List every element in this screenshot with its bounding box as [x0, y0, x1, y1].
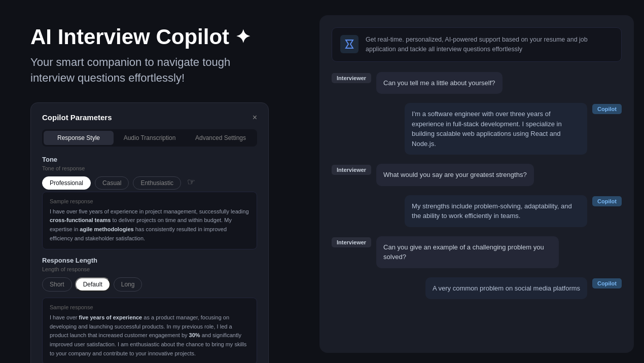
svg-marker-0 [346, 40, 353, 48]
sample-label-1: Sample response [50, 198, 249, 204]
params-title: Copilot Parameters [42, 113, 112, 122]
copilot-bubble-2: My strengths include problem-solving, ad… [405, 195, 587, 227]
length-long[interactable]: Long [114, 277, 142, 292]
tab-audio-transcription[interactable]: Audio Transcription [115, 131, 185, 145]
length-sub: Length of response [42, 266, 257, 272]
close-icon[interactable]: × [253, 113, 257, 122]
right-panel: Get real-time. personalized, AI-powered … [314, 0, 644, 363]
title-text: AI Interview Copilot [30, 25, 229, 49]
copilot-badge-2: Copilot [592, 196, 622, 206]
chat-outer: Get real-time. personalized, AI-powered … [319, 15, 634, 353]
banner-text: Get real-time. personalized, AI-powered … [366, 35, 613, 54]
tone-enthusiastic[interactable]: Enthusiastic [133, 176, 181, 190]
sample-text-2: I have over five years of experience as … [50, 313, 249, 358]
sparkle-icon: ✦ [235, 27, 251, 47]
interviewer-bubble-3: Can you give an example of a challenging… [376, 236, 559, 268]
banner-logo [340, 35, 359, 53]
table-row: Copilot A very common problem on social … [332, 277, 622, 300]
length-label: Response Length [42, 257, 257, 264]
tone-label: Tone [42, 156, 257, 163]
copilot-badge-3: Copilot [592, 278, 622, 288]
table-row: Interviewer Can you give an example of a… [332, 236, 622, 268]
copilot-bubble-1: I'm a software engineer with over three … [405, 103, 587, 155]
cursor-icon: ☞ [187, 176, 195, 190]
length-default[interactable]: Default [75, 277, 111, 292]
sample-text-1: I have over five years of experience in … [50, 207, 249, 243]
copilot-badge: Copilot [592, 104, 622, 114]
params-header: Copilot Parameters × [42, 113, 257, 122]
interviewer-badge: Interviewer [332, 73, 371, 83]
length-short[interactable]: Short [42, 277, 72, 292]
tab-advanced-settings[interactable]: Advanced Settings [186, 131, 256, 145]
table-row: Interviewer Can you tell me a little abo… [332, 72, 622, 94]
left-panel: AI Interview Copilot ✦ Your smart compan… [0, 0, 314, 363]
params-card: Copilot Parameters × Response Style Audi… [30, 102, 269, 363]
chat-messages: Interviewer Can you tell me a little abo… [332, 72, 622, 343]
tone-buttons: Professional Casual Enthusiastic ☞ [42, 176, 257, 190]
sample-label-2: Sample response [50, 304, 249, 310]
banner: Get real-time. personalized, AI-powered … [332, 27, 622, 62]
tone-sub: Tone of response [42, 165, 257, 171]
length-buttons: Short Default Long [42, 277, 257, 292]
hero-title: AI Interview Copilot ✦ [30, 25, 289, 49]
interviewer-bubble-2: What would you say are your greatest str… [376, 164, 534, 186]
params-tabs: Response Style Audio Transcription Advan… [42, 129, 257, 147]
interviewer-bubble-1: Can you tell me a little about yourself? [376, 72, 502, 94]
tab-response-style[interactable]: Response Style [44, 131, 114, 145]
interviewer-badge-2: Interviewer [332, 165, 371, 175]
hero-subtitle: Your smart companion to navigate tough i… [30, 55, 274, 86]
table-row: Copilot My strengths include problem-sol… [332, 195, 622, 227]
copilot-bubble-3: A very common problem on social media pl… [425, 277, 587, 300]
tone-professional[interactable]: Professional [42, 176, 91, 190]
interviewer-badge-3: Interviewer [332, 237, 371, 247]
tone-casual[interactable]: Casual [95, 176, 129, 190]
table-row: Copilot I'm a software engineer with ove… [332, 103, 622, 155]
sample-box-2: Sample response I have over five years o… [42, 298, 257, 363]
sample-box-1: Sample response I have over five years o… [42, 192, 257, 249]
table-row: Interviewer What would you say are your … [332, 164, 622, 186]
